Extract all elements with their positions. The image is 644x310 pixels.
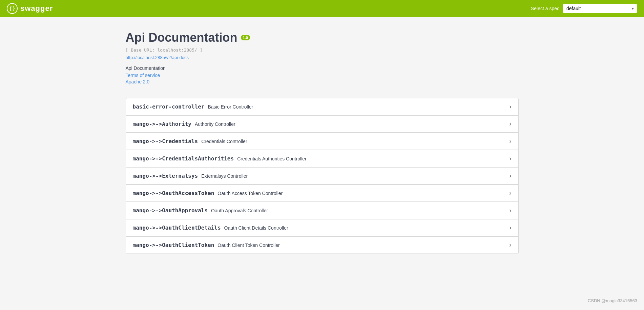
controller-name: mango->->OauthClientDetails [133, 225, 221, 231]
select-spec-label: Select a spec [531, 6, 559, 11]
controller-description: Basic Error Controller [208, 104, 253, 110]
spec-select[interactable]: default [563, 4, 637, 13]
controller-item[interactable]: mango->->OauthClientTokenOauth Client To… [126, 236, 519, 254]
spec-selector-area: Select a spec default [531, 4, 637, 13]
controller-left: mango->->OauthClientTokenOauth Client To… [133, 242, 280, 248]
logo-area: { } swagger [7, 3, 53, 14]
swagger-logo-icon: { } [7, 3, 18, 14]
controller-name: mango->->CredentialsAuthorities [133, 155, 234, 162]
base-url: [ Base URL: localhost:2885/ ] [126, 47, 519, 53]
chevron-right-icon: › [510, 120, 512, 128]
terms-of-service-link[interactable]: Terms of service [126, 73, 519, 78]
controller-name: mango->->Externalsys [133, 173, 198, 179]
chevron-right-icon: › [510, 155, 512, 162]
controller-name: mango->->Authority [133, 121, 191, 127]
controller-name: basic-error-controller [133, 103, 205, 110]
chevron-right-icon: › [510, 103, 512, 110]
controller-description: Externalsys Controller [201, 173, 248, 179]
controller-name: mango->->OauthApprovals [133, 207, 208, 214]
controller-item[interactable]: mango->->CredentialsCredentials Controll… [126, 133, 519, 150]
license-link[interactable]: Apache 2.0 [126, 79, 519, 84]
swagger-logo-text: swagger [20, 4, 53, 13]
controller-left: mango->->OauthAccessTokenOauth Access To… [133, 190, 283, 196]
version-badge: 1.0 [241, 35, 250, 40]
controller-left: mango->->OauthApprovalsOauth Approvals C… [133, 207, 268, 214]
controller-description: Oauth Client Token Controller [217, 243, 279, 248]
watermark: CSDN @magic33416563 [588, 298, 637, 303]
controller-item[interactable]: mango->->OauthApprovalsOauth Approvals C… [126, 202, 519, 219]
controller-description: Oauth Access Token Controller [217, 191, 283, 196]
controller-name: mango->->OauthClientToken [133, 242, 214, 248]
api-title-row: Api Documentation 1.0 [126, 31, 519, 45]
controller-left: mango->->ExternalsysExternalsys Controll… [133, 173, 248, 179]
controller-item[interactable]: mango->->OauthAccessTokenOauth Access To… [126, 185, 519, 202]
controller-description: Oauth Client Details Controller [224, 225, 288, 231]
controller-item[interactable]: mango->->CredentialsAuthoritiesCredentia… [126, 150, 519, 167]
chevron-right-icon: › [510, 224, 512, 231]
controller-left: mango->->OauthClientDetailsOauth Client … [133, 225, 288, 231]
controller-description: Oauth Approvals Controller [211, 208, 268, 213]
controller-item[interactable]: mango->->OauthClientDetailsOauth Client … [126, 219, 519, 236]
controller-left: mango->->CredentialsAuthoritiesCredentia… [133, 155, 307, 162]
chevron-right-icon: › [510, 172, 512, 179]
chevron-right-icon: › [510, 241, 512, 249]
controller-description: Credentials Authorities Controller [237, 156, 307, 161]
chevron-right-icon: › [510, 207, 512, 214]
controller-item[interactable]: basic-error-controllerBasic Error Contro… [126, 98, 519, 115]
api-info: Api Documentation 1.0 [ Base URL: localh… [126, 31, 519, 84]
api-title: Api Documentation [126, 31, 237, 45]
controller-name: mango->->OauthAccessToken [133, 190, 214, 196]
controller-description: Authority Controller [195, 121, 235, 127]
main-content: Api Documentation 1.0 [ Base URL: localh… [119, 17, 525, 260]
controller-left: mango->->CredentialsCredentials Controll… [133, 138, 247, 144]
controller-item[interactable]: mango->->ExternalsysExternalsys Controll… [126, 167, 519, 185]
app-header: { } swagger Select a spec default [0, 0, 644, 17]
api-docs-link[interactable]: http://localhost:2885/v2/api-docs [126, 55, 189, 60]
chevron-right-icon: › [510, 138, 512, 145]
controller-item[interactable]: mango->->AuthorityAuthority Controller› [126, 115, 519, 133]
controller-left: basic-error-controllerBasic Error Contro… [133, 103, 253, 110]
spec-select-wrapper[interactable]: default [563, 4, 637, 13]
api-description: Api Documentation [126, 65, 519, 71]
chevron-right-icon: › [510, 190, 512, 197]
controller-description: Credentials Controller [201, 139, 247, 144]
controllers-list: basic-error-controllerBasic Error Contro… [126, 98, 519, 254]
controller-left: mango->->AuthorityAuthority Controller [133, 121, 235, 127]
controller-name: mango->->Credentials [133, 138, 198, 144]
